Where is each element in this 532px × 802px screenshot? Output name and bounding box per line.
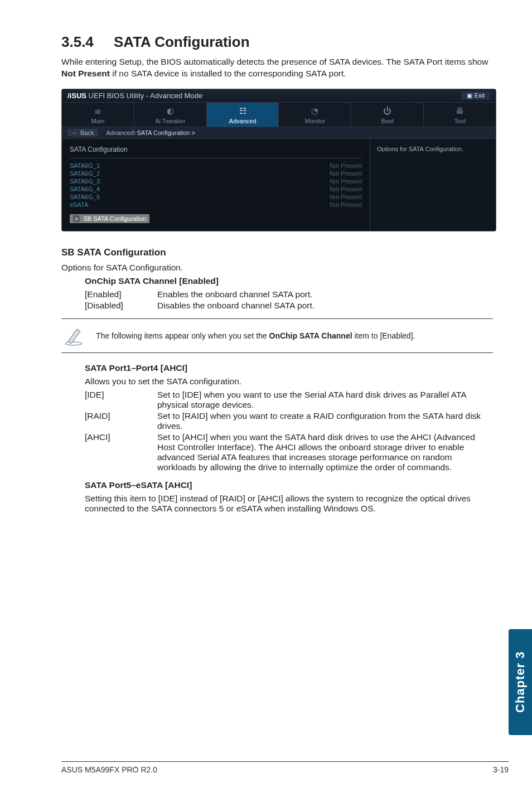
bios-row: eSATANot Present: [70, 201, 362, 209]
bios-title-text: /iSUS UEFI BIOS Utility - Advanced Mode: [67, 91, 202, 100]
sb-desc: Options for SATA Configuration.: [61, 263, 493, 273]
bios-row: SATA6G_3Not Present: [70, 177, 362, 185]
bios-row: SATA6G_5Not Present: [70, 193, 362, 201]
chevron-right-icon: >: [73, 215, 80, 222]
option-key: [Disabled]: [85, 301, 157, 311]
bios-breadcrumb-bar: ← Back Advanced\ SATA Configuration >: [62, 127, 496, 139]
advanced-icon: ☷: [207, 106, 279, 116]
note-text: The following items appear only when you…: [96, 331, 415, 341]
option-value: Set to [RAID] when you want to create a …: [157, 411, 493, 431]
breadcrumb: Advanced\ SATA Configuration >: [106, 129, 195, 136]
port5-desc: Setting this item to [IDE] instead of [R…: [85, 494, 493, 514]
option-row: [Enabled] Enables the onboard channel SA…: [85, 289, 493, 299]
tab-tool[interactable]: 🖶 Tool: [424, 103, 496, 127]
option-value: Set to [AHCI] when you want the SATA har…: [157, 432, 493, 472]
tab-main[interactable]: ≣ Main: [62, 103, 134, 127]
bios-help-panel: Options for SATA Configuration.: [370, 139, 496, 231]
tweaker-icon: ◐: [134, 106, 206, 116]
footer-left: ASUS M5A99FX PRO R2.0: [61, 765, 157, 774]
option-key: [RAID]: [85, 411, 157, 431]
back-arrow-icon: ←: [72, 129, 78, 136]
bios-row: SATA6G_4Not Present: [70, 185, 362, 193]
option-row: [IDE] Set to [IDE] when you want to use …: [85, 390, 493, 410]
page-footer: ASUS M5A99FX PRO R2.0 3-19: [61, 761, 509, 774]
boot-icon: ⏻: [351, 106, 423, 116]
bios-screenshot: /iSUS UEFI BIOS Utility - Advanced Mode …: [61, 89, 496, 231]
option-key: [AHCI]: [85, 432, 157, 472]
bios-left-panel: SATA Configuration SATA6G_1Not Present S…: [62, 139, 370, 231]
exit-button[interactable]: ▣ Exit: [461, 91, 490, 100]
option-value: Disables the onboard channel SATA port.: [157, 301, 493, 311]
tab-ai-tweaker[interactable]: ◐ Ai Tweaker: [134, 103, 207, 127]
option-key: [Enabled]: [85, 289, 157, 299]
note-callout: The following items appear only when you…: [61, 318, 493, 353]
tab-boot[interactable]: ⏻ Boot: [351, 103, 424, 127]
svg-point-0: [65, 342, 82, 345]
option-row: [Disabled] Disables the onboard channel …: [85, 301, 493, 311]
option-value: Set to [IDE] when you want to use the Se…: [157, 390, 493, 410]
lead-paragraph: While entering Setup, the BIOS automatic…: [61, 56, 493, 80]
chapter-tab: Chapter 3: [509, 629, 532, 735]
bios-row: SATA6G_2Not Present: [70, 170, 362, 177]
port14-desc: Allows you to set the SATA configuration…: [85, 376, 493, 386]
exit-label: Exit: [475, 92, 485, 99]
exit-icon: ▣: [467, 92, 472, 99]
pencil-icon: [61, 323, 86, 348]
bios-help-text: Options for SATA Configuration.: [377, 143, 489, 157]
bios-titlebar: /iSUS UEFI BIOS Utility - Advanced Mode …: [62, 89, 496, 103]
tab-advanced[interactable]: ☷ Advanced: [207, 103, 279, 127]
section-title-text: SATA Configuration: [114, 33, 250, 50]
option-key: [IDE]: [85, 390, 157, 410]
sb-heading: SB SATA Configuration: [61, 247, 493, 258]
bios-row: SATA6G_1Not Present: [70, 162, 362, 170]
bios-tabs: ≣ Main ◐ Ai Tweaker ☷ Advanced ◔ Monitor…: [62, 103, 496, 127]
back-button[interactable]: ← Back: [67, 129, 98, 137]
onchip-heading: OnChip SATA Channel [Enabled]: [85, 276, 493, 286]
footer-right: 3-19: [493, 765, 509, 774]
tool-icon: 🖶: [424, 106, 496, 116]
port5-heading: SATA Port5–eSATA [AHCI]: [85, 480, 493, 490]
option-value: Enables the onboard channel SATA port.: [157, 289, 493, 299]
list-icon: ≣: [62, 106, 134, 116]
port14-heading: SATA Port1–Port4 [AHCI]: [85, 363, 493, 373]
section-heading: 3.5.4 SATA Configuration: [61, 33, 493, 51]
monitor-icon: ◔: [279, 106, 351, 116]
bios-left-heading: SATA Configuration: [70, 143, 362, 158]
tab-monitor[interactable]: ◔ Monitor: [279, 103, 351, 127]
bios-selected-item[interactable]: > SB SATA Configuration: [70, 214, 149, 223]
option-row: [RAID] Set to [RAID] when you want to cr…: [85, 411, 493, 431]
section-number: 3.5.4: [61, 33, 94, 50]
option-row: [AHCI] Set to [AHCI] when you want the S…: [85, 432, 493, 472]
